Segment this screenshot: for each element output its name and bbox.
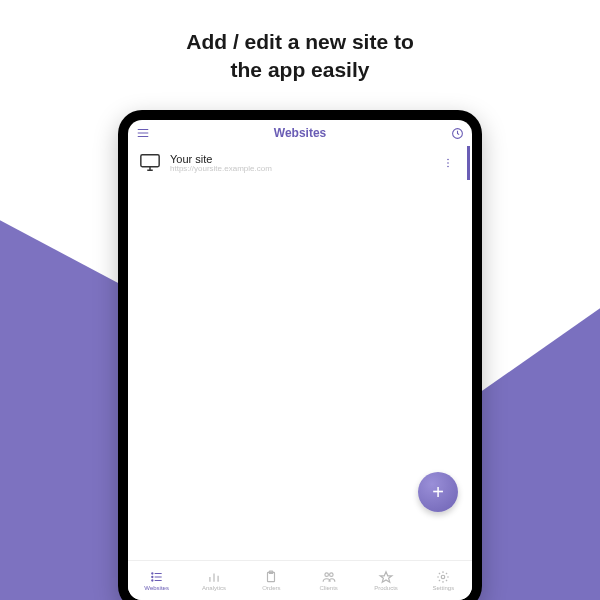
add-site-fab[interactable]: + <box>418 472 458 512</box>
tab-label: Orders <box>262 585 280 591</box>
tab-analytics[interactable]: Analytics <box>189 570 239 591</box>
tab-label: Products <box>374 585 398 591</box>
tab-orders[interactable]: Orders <box>246 570 296 591</box>
star-icon <box>378 570 394 584</box>
headline-line1: Add / edit a new site to <box>0 28 600 56</box>
svg-point-24 <box>442 575 446 579</box>
site-text: Your site https://yoursite.example.com <box>170 153 437 174</box>
tab-label: Clients <box>319 585 337 591</box>
tab-label: Websites <box>144 585 169 591</box>
svg-point-13 <box>151 573 152 574</box>
analytics-icon <box>206 570 222 584</box>
tablet-frame: Websites Your site https://yoursite.e <box>118 110 482 600</box>
tabbar: Websites Analytics <box>128 560 472 600</box>
gear-icon <box>435 570 451 584</box>
list-icon <box>149 570 165 584</box>
plus-icon: + <box>432 481 444 504</box>
menu-icon[interactable] <box>136 126 150 140</box>
kebab-icon[interactable] <box>441 154 455 172</box>
clock-icon[interactable] <box>450 126 464 140</box>
site-name: Your site <box>170 153 437 165</box>
tab-label: Settings <box>432 585 454 591</box>
svg-point-9 <box>447 166 449 168</box>
users-icon <box>321 570 337 584</box>
svg-point-21 <box>325 573 329 577</box>
svg-point-14 <box>151 576 152 577</box>
headline-line2: the app easily <box>0 56 600 84</box>
topbar: Websites <box>128 120 472 146</box>
site-url: https://yoursite.example.com <box>170 165 437 174</box>
tab-products[interactable]: Products <box>361 570 411 591</box>
svg-point-15 <box>151 580 152 581</box>
svg-rect-4 <box>141 155 159 167</box>
page-title: Websites <box>274 126 326 140</box>
promo-headline: Add / edit a new site to the app easily <box>0 0 600 85</box>
app-screen: Websites Your site https://yoursite.e <box>128 120 472 600</box>
tab-label: Analytics <box>202 585 226 591</box>
svg-point-8 <box>447 162 449 164</box>
tab-settings[interactable]: Settings <box>418 570 468 591</box>
tab-clients[interactable]: Clients <box>304 570 354 591</box>
svg-point-22 <box>329 573 333 577</box>
site-list-item[interactable]: Your site https://yoursite.example.com <box>128 146 470 180</box>
content-area: + <box>128 180 472 560</box>
monitor-icon <box>138 152 162 174</box>
clipboard-icon <box>263 570 279 584</box>
svg-marker-23 <box>380 572 392 583</box>
tab-websites[interactable]: Websites <box>132 570 182 591</box>
svg-point-7 <box>447 159 449 161</box>
